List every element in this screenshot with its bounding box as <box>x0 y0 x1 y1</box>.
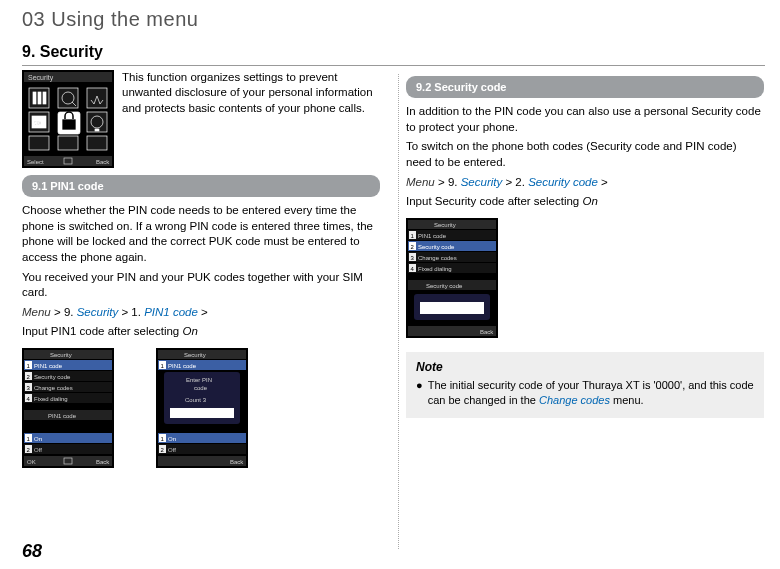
phone-screenshot-security-menu: Security 30 <box>22 70 114 165</box>
s92-p3: Input Security code after selecting On <box>406 194 764 210</box>
left-column: Security 30 <box>22 70 380 472</box>
svg-rect-21 <box>87 136 107 150</box>
svg-rect-15 <box>62 119 76 130</box>
svg-rect-103 <box>420 302 484 314</box>
svg-text:Security: Security <box>28 74 54 82</box>
svg-text:Change codes: Change codes <box>418 255 457 261</box>
svg-text:Back: Back <box>96 459 110 465</box>
intro-text: This function organizes settings to prev… <box>122 70 380 165</box>
subsection-9-2-header: 9.2 Security code <box>406 76 764 99</box>
path-sep: > 2. <box>502 176 528 188</box>
svg-text:Back: Back <box>480 329 494 335</box>
svg-text:Security: Security <box>50 352 72 358</box>
svg-text:Security: Security <box>434 222 456 228</box>
text: Input Security code after selecting <box>406 195 582 207</box>
svg-text:Off: Off <box>168 447 176 453</box>
svg-text:Fixed dialing: Fixed dialing <box>418 266 452 272</box>
svg-text:30: 30 <box>34 120 41 126</box>
subsection-9-1-header: 9.1 PIN1 code <box>22 175 380 198</box>
svg-text:On: On <box>168 436 176 442</box>
bullet-icon: ● <box>416 378 423 408</box>
svg-text:code: code <box>194 385 208 391</box>
svg-rect-5 <box>38 92 41 104</box>
svg-rect-18 <box>95 129 99 131</box>
svg-rect-70 <box>170 408 234 418</box>
svg-text:Security code: Security code <box>34 374 71 380</box>
svg-rect-4 <box>33 92 36 104</box>
svg-text:Back: Back <box>230 459 244 465</box>
section-title: 9. Security <box>22 41 765 66</box>
page-number: 68 <box>22 539 42 563</box>
svg-text:Off: Off <box>34 447 42 453</box>
s91-menu-path: Menu > 9. Security > 1. PIN1 code > <box>22 305 380 321</box>
svg-text:Back: Back <box>96 159 110 165</box>
svg-text:Enter PIN: Enter PIN <box>186 377 212 383</box>
on-value: On <box>582 195 597 207</box>
svg-rect-6 <box>43 92 46 104</box>
svg-text:Count  3: Count 3 <box>185 397 207 403</box>
svg-rect-10 <box>87 88 107 108</box>
s92-p2: To switch on the phone both codes (Secur… <box>406 139 764 170</box>
path-security: Security <box>77 306 119 318</box>
chapter-title: 03 Using the menu <box>0 0 780 33</box>
path-menu: Menu <box>406 176 435 188</box>
note-title: Note <box>416 359 754 375</box>
note-text: The initial security code of your Thuray… <box>428 378 754 408</box>
svg-text:Select: Select <box>27 159 44 165</box>
s92-p1: In addition to the PIN code you can also… <box>406 104 764 135</box>
svg-rect-19 <box>29 136 49 150</box>
svg-text:OK: OK <box>27 459 36 465</box>
svg-text:PIN1 code: PIN1 code <box>34 363 63 369</box>
svg-text:Security code: Security code <box>418 244 455 250</box>
note-box: Note ● The initial security code of your… <box>406 352 764 418</box>
phone-screenshot-enter-pin: Security 1 PIN1 code Enter PIN code Coun… <box>156 348 248 473</box>
text: menu. <box>610 394 644 406</box>
svg-text:Security: Security <box>184 352 206 358</box>
phone-screenshot-pin1-list: Security 1 PIN1 code 2 Security code 3 C… <box>22 348 114 473</box>
s91-p3: Input PIN1 code after selecting On <box>22 324 380 340</box>
path-sep: > 9. <box>435 176 461 188</box>
s91-p1: Choose whether the PIN code needs to be … <box>22 203 380 265</box>
path-sep: > 9. <box>51 306 77 318</box>
s92-menu-path: Menu > 9. Security > 2. Security code > <box>406 175 764 191</box>
phone-screenshot-security-code: Security 1 PIN1 code 2 Security code 3 C… <box>406 218 764 343</box>
path-sep: > 1. <box>118 306 144 318</box>
svg-text:Fixed dialing: Fixed dialing <box>34 396 68 402</box>
on-value: On <box>182 325 197 337</box>
change-codes-link: Change codes <box>539 394 610 406</box>
svg-rect-20 <box>58 136 78 150</box>
path-sep: > <box>198 306 208 318</box>
svg-text:Change codes: Change codes <box>34 385 73 391</box>
path-menu: Menu <box>22 306 51 318</box>
svg-text:PIN1 code: PIN1 code <box>48 413 77 419</box>
svg-text:Security code: Security code <box>426 283 463 289</box>
right-column: 9.2 Security code In addition to the PIN… <box>406 70 764 472</box>
path-sep: > <box>598 176 608 188</box>
s91-p2: You received your PIN and your PUK codes… <box>22 270 380 301</box>
path-security: Security <box>461 176 503 188</box>
svg-text:PIN1 code: PIN1 code <box>418 233 447 239</box>
column-separator <box>398 74 399 549</box>
path-security-code: Security code <box>528 176 598 188</box>
svg-text:PIN1 code: PIN1 code <box>168 363 197 369</box>
svg-text:On: On <box>34 436 42 442</box>
text: Input PIN1 code after selecting <box>22 325 182 337</box>
path-pin1: PIN1 code <box>144 306 198 318</box>
